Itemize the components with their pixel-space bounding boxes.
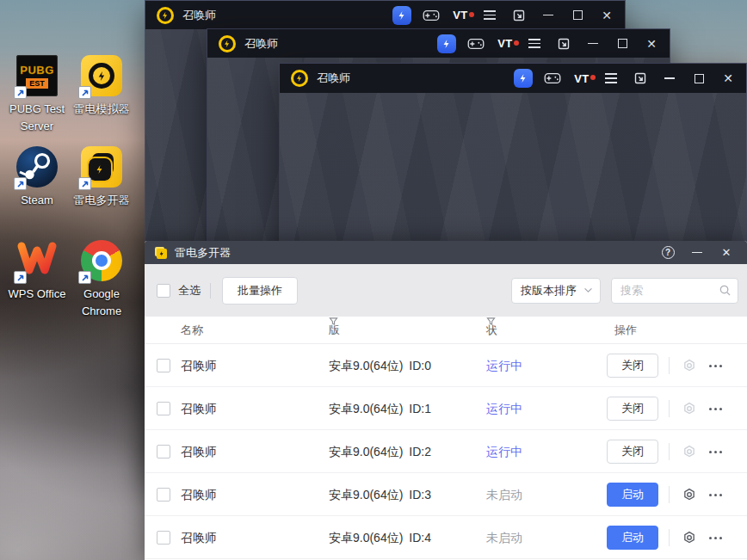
filter-icon[interactable]	[329, 317, 338, 326]
shrink-window-button[interactable]	[504, 1, 534, 29]
instance-row: 召唤师 安卓9.0(64位) ID:3 未启动 启动	[145, 473, 747, 516]
menu-button[interactable]	[475, 1, 504, 29]
settings-gear-icon[interactable]	[682, 402, 696, 415]
close-button[interactable]	[637, 29, 666, 58]
wps-office-icon	[16, 240, 58, 281]
instance-row: 召唤师 安卓9.0(64位) ID:1 运行中 关闭	[145, 387, 747, 430]
settings-gear-icon[interactable]	[682, 488, 696, 502]
desktop-icon-google-chrome[interactable]: Google Chrome	[70, 240, 133, 320]
ldplayer-logo-icon	[291, 70, 308, 87]
settings-gear-icon[interactable]	[682, 359, 696, 372]
desktop-icon-label: WPS Office	[9, 286, 66, 303]
notification-dot	[469, 12, 474, 17]
row-divider	[669, 529, 670, 546]
lightning-icon	[514, 69, 533, 88]
search-icon	[719, 284, 732, 300]
pubg-art-text: PUBG	[20, 64, 54, 77]
desktop-icon-pubg-test-server[interactable]: PUBG EST PUBG Test Server	[5, 55, 69, 135]
vt-label: VT	[574, 72, 590, 85]
row-divider	[669, 486, 670, 503]
vt-button[interactable]: VT	[567, 65, 596, 93]
more-actions-icon[interactable]	[709, 451, 722, 453]
header-name: 名称	[181, 317, 203, 344]
batch-operation-button[interactable]: 批量操作	[222, 277, 298, 305]
google-chrome-icon	[81, 240, 122, 281]
close-button[interactable]	[713, 65, 743, 93]
stop-instance-button[interactable]: 关闭	[607, 397, 658, 421]
search-box	[611, 278, 738, 304]
filter-icon[interactable]	[486, 317, 496, 326]
more-actions-icon[interactable]	[709, 537, 722, 539]
start-instance-button[interactable]: 启动	[607, 483, 658, 507]
desktop-icon-ld-multiplayer[interactable]: 雷电多开器	[70, 146, 133, 209]
desktop-icon-steam[interactable]: Steam	[5, 146, 69, 209]
boost-button[interactable]	[509, 65, 538, 93]
close-button[interactable]	[592, 1, 621, 29]
shortcut-arrow-icon	[78, 177, 91, 190]
maximize-button[interactable]	[608, 29, 637, 58]
maximize-button[interactable]	[684, 65, 713, 93]
instance-name: 召唤师	[181, 473, 217, 516]
multiplayer-window: 雷电多开器 ? 全选 批量操作 按版本排序 名称	[145, 241, 747, 560]
row-divider	[669, 400, 670, 417]
settings-gear-icon[interactable]	[682, 531, 696, 545]
multiplayer-window-title: 雷电多开器	[175, 245, 231, 261]
desktop-icon-wps-office[interactable]: WPS Office	[5, 240, 69, 303]
gamepad-button[interactable]	[461, 29, 491, 58]
minimize-button[interactable]	[655, 65, 684, 93]
more-actions-icon[interactable]	[709, 365, 722, 367]
vt-button[interactable]: VT	[446, 1, 475, 29]
minimize-icon	[692, 252, 702, 254]
lightning-icon	[392, 6, 411, 25]
row-checkbox[interactable]	[157, 359, 170, 372]
table-header: 名称 版本/编号 状态 操作	[145, 317, 747, 344]
row-checkbox[interactable]	[157, 445, 170, 458]
hamburger-icon	[484, 10, 496, 20]
shortcut-arrow-icon	[14, 86, 27, 99]
select-all-label: 全选	[178, 283, 201, 298]
menu-button[interactable]	[520, 29, 549, 58]
settings-gear-icon[interactable]	[682, 445, 696, 458]
gamepad-button[interactable]	[417, 1, 446, 29]
help-button[interactable]: ?	[657, 241, 679, 264]
vt-button[interactable]: VT	[491, 29, 520, 58]
gamepad-button[interactable]	[538, 65, 567, 93]
sort-dropdown-value: 按版本排序	[521, 283, 577, 298]
boost-button[interactable]	[387, 1, 417, 29]
desktop-icon-ld-emulator[interactable]: 雷电模拟器	[70, 55, 133, 118]
minimize-button[interactable]	[534, 1, 563, 29]
shortcut-arrow-icon	[78, 271, 91, 284]
boost-button[interactable]	[432, 29, 461, 58]
stop-instance-button[interactable]: 关闭	[607, 440, 658, 464]
maximize-button[interactable]	[563, 1, 592, 29]
shrink-window-button[interactable]	[626, 65, 655, 93]
minimize-button[interactable]	[578, 29, 608, 58]
select-all-checkbox[interactable]	[157, 284, 170, 298]
sort-dropdown[interactable]: 按版本排序	[511, 278, 601, 304]
instance-name: 召唤师	[181, 516, 217, 559]
ld-multiplayer-logo-icon	[154, 246, 168, 260]
close-button[interactable]	[715, 241, 738, 264]
shortcut-arrow-icon	[14, 271, 27, 284]
desktop: PUBG EST PUBG Test Server 雷电模拟器	[0, 0, 747, 560]
row-checkbox[interactable]	[157, 531, 170, 545]
desktop-icon-label: Steam	[21, 192, 53, 209]
row-checkbox[interactable]	[157, 402, 170, 415]
ldplayer-logo-icon	[219, 35, 236, 52]
instance-version: 安卓9.0(64位) ID:4	[329, 516, 431, 559]
start-instance-button[interactable]: 启动	[607, 526, 658, 550]
minimize-button[interactable]	[686, 241, 708, 264]
instance-row: 召唤师 安卓9.0(64位) ID:2 运行中 关闭	[145, 430, 747, 473]
shrink-window-button[interactable]	[549, 29, 578, 58]
menu-button[interactable]	[596, 65, 626, 93]
shortcut-arrow-icon	[78, 86, 91, 99]
row-divider	[669, 443, 670, 460]
stop-instance-button[interactable]: 关闭	[607, 354, 658, 378]
more-actions-icon[interactable]	[709, 408, 722, 410]
more-actions-icon[interactable]	[709, 494, 722, 496]
emulator-3-titlebar: 召唤师 VT	[280, 64, 746, 93]
shortcut-arrow-icon	[14, 177, 27, 190]
instance-version: 安卓9.0(64位) ID:1	[329, 387, 431, 430]
row-checkbox[interactable]	[157, 488, 170, 502]
multiplayer-titlebar: 雷电多开器 ?	[145, 241, 747, 264]
